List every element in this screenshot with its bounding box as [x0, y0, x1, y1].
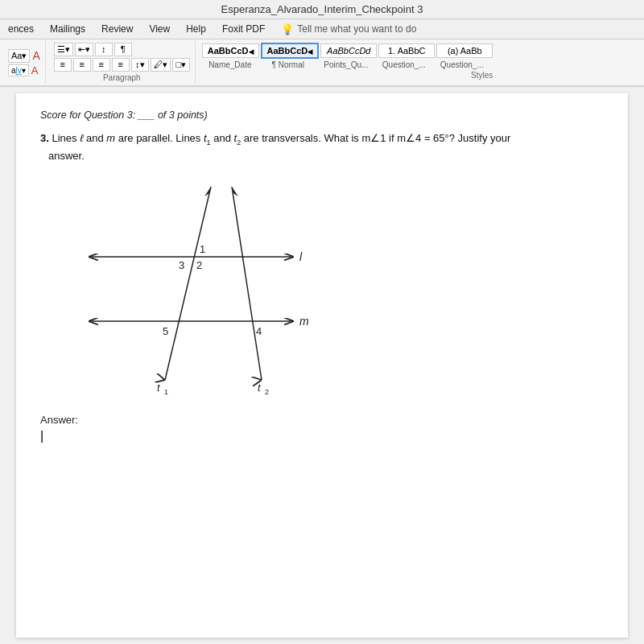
question-number: 3.: [40, 132, 49, 144]
para-row1: ☰▾ ⇤▾ ↕ ¶: [54, 43, 190, 56]
styles-row-bottom: Name_Date ¶ Normal Points_Qu... Question…: [202, 60, 493, 69]
app-window: Esperanza_Alvarado_Interim_Checkpoint 3 …: [0, 0, 644, 644]
diagram-area: l m 1: [64, 172, 338, 398]
align-right-button[interactable]: ≡: [93, 58, 110, 72]
line-l: ℓ: [80, 132, 83, 144]
sub2: 2: [237, 138, 241, 147]
font-section: Aa▾ A aly▾ A: [3, 41, 46, 84]
svg-line-3: [232, 187, 262, 380]
label-t1: t: [157, 382, 161, 394]
label-t1-sub: 1: [164, 388, 168, 396]
style-label-qa: Question_...: [434, 60, 490, 69]
menu-ences[interactable]: ences: [0, 21, 42, 37]
tell-me-bar: 💡 Tell me what you want to do: [281, 21, 416, 37]
menu-mailings[interactable]: Mailings: [42, 21, 93, 37]
menu-help[interactable]: Help: [178, 21, 214, 37]
answer-label: Answer:: [40, 414, 78, 426]
score-line: Score for Question 3: ___ of 3 points): [40, 109, 604, 121]
sort-button[interactable]: ↕: [95, 43, 113, 56]
font-color-button[interactable]: A: [32, 49, 39, 62]
menu-review[interactable]: Review: [93, 21, 141, 37]
font-underline-button[interactable]: aly▾: [8, 64, 29, 76]
answer-word: answer.: [48, 150, 85, 162]
line-spacing-button[interactable]: ↕▾: [131, 58, 149, 72]
font-aa-button[interactable]: Aa▾: [8, 49, 30, 63]
label-1: 1: [200, 243, 205, 255]
styles-label: Styles: [471, 71, 493, 80]
document-area[interactable]: Score for Question 3: ___ of 3 points) 3…: [16, 93, 628, 638]
align-center-button[interactable]: ≡: [73, 58, 91, 72]
sub1: 1: [207, 138, 211, 147]
pilcrow-button[interactable]: ¶: [114, 43, 132, 56]
style-question1[interactable]: 1. AaBbC: [378, 43, 435, 58]
font-row-top: Aa▾ A: [8, 49, 40, 63]
paragraph-label: Paragraph: [54, 73, 190, 82]
style-points[interactable]: AaBbCcDd: [320, 43, 377, 58]
label-t2-sub: 2: [265, 388, 269, 396]
font-row-bottom: aly▾ A: [8, 64, 40, 76]
menu-foxit[interactable]: Foxit PDF: [214, 21, 273, 37]
label-t2: t: [258, 382, 262, 394]
paragraph-section: ☰▾ ⇤▾ ↕ ¶ ≡ ≡ ≡ ≡ ↕▾ 🖊▾ □▾ Paragraph: [49, 41, 196, 84]
align-left-button[interactable]: ≡: [54, 58, 72, 72]
style-label-points: Points_Qu...: [318, 60, 374, 69]
geometry-diagram: l m 1: [64, 172, 338, 398]
style-normal[interactable]: AaBbCcD◀: [261, 43, 320, 59]
lightbulb-icon: 💡: [281, 23, 294, 35]
tell-me-text[interactable]: Tell me what you want to do: [297, 23, 416, 35]
question-text: 3. Lines ℓ and m are parallel. Lines t1 …: [40, 130, 604, 164]
label-2: 2: [196, 259, 202, 271]
indent-button[interactable]: ⇤▾: [75, 43, 93, 56]
font-controls: Aa▾ A aly▾ A: [8, 49, 40, 76]
answer-section: Answer: |: [40, 414, 604, 444]
ribbon-row1: Aa▾ A aly▾ A ☰▾ ⇤▾ ↕ ¶ ≡ ≡: [0, 39, 644, 87]
menu-bar: ences Mailings Review View Help Foxit PD…: [0, 19, 644, 39]
para-row2: ≡ ≡ ≡ ≡ ↕▾ 🖊▾ □▾: [54, 58, 190, 72]
style-label-q1: Question_...: [376, 60, 432, 69]
list-button[interactable]: ☰▾: [54, 43, 73, 56]
title-bar: Esperanza_Alvarado_Interim_Checkpoint 3: [0, 0, 644, 19]
border-button[interactable]: □▾: [172, 58, 190, 72]
line-m: m: [106, 132, 115, 144]
style-name-date[interactable]: AaBbCcD◀: [202, 43, 259, 58]
menu-view[interactable]: View: [141, 21, 178, 37]
shading-button[interactable]: 🖊▾: [151, 58, 171, 72]
font-color2-button[interactable]: A: [31, 64, 39, 76]
answer-cursor[interactable]: |: [40, 429, 604, 444]
style-label-namedate: Name_Date: [202, 60, 258, 69]
styles-section: AaBbCcD◀ AaBbCcD◀ AaBbCcDd 1. AaBbC (a) …: [199, 41, 496, 84]
label-m: m: [299, 315, 309, 328]
label-4: 4: [256, 325, 262, 337]
label-5: 5: [163, 325, 168, 337]
label-l: l: [299, 250, 303, 263]
style-question-a[interactable]: (a) AaBb: [436, 43, 493, 58]
title-text: Esperanza_Alvarado_Interim_Checkpoint 3: [221, 3, 423, 15]
justify-button[interactable]: ≡: [112, 58, 130, 72]
svg-line-2: [165, 187, 211, 380]
label-3: 3: [179, 259, 184, 271]
style-label-normal: ¶ Normal: [260, 60, 316, 69]
styles-row-top: AaBbCcD◀ AaBbCcD◀ AaBbCcDd 1. AaBbC (a) …: [202, 43, 493, 59]
